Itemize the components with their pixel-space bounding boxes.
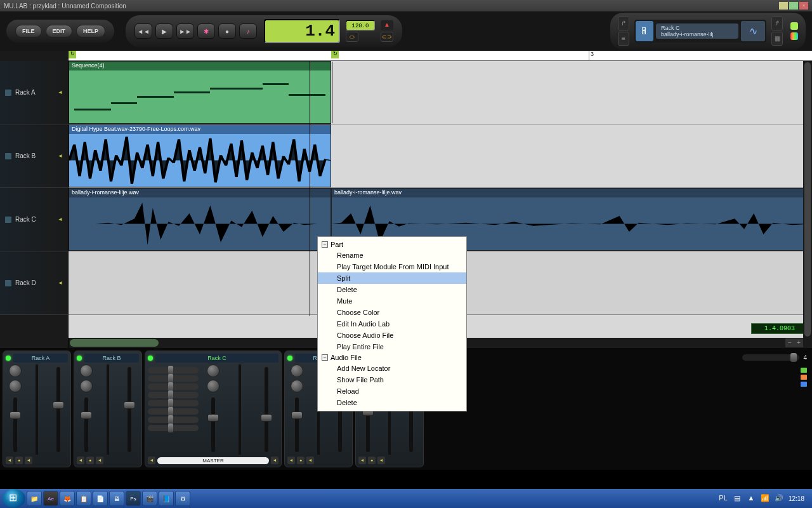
mute-button[interactable]: ● (368, 457, 376, 464)
pan-knob[interactable] (9, 364, 22, 377)
taskbar-item[interactable]: 🎬 (142, 491, 157, 506)
vertical-scrollbar[interactable] (803, 61, 812, 338)
send-knob[interactable] (80, 380, 93, 392)
tempo-display[interactable]: 120.0 (346, 20, 375, 30)
ctx-mute[interactable]: Mute (318, 295, 466, 307)
param-slider[interactable] (148, 425, 199, 431)
chain-icon[interactable]: ⊂⊃ (381, 32, 393, 42)
clip-sequence[interactable]: Sequence(4) (69, 61, 331, 124)
loop-end-marker[interactable]: ↻ (331, 51, 339, 58)
aux-fader[interactable] (128, 367, 131, 452)
taskbar-item[interactable]: Ae (43, 491, 58, 506)
collapse-icon[interactable]: − (322, 354, 328, 361)
param-slider[interactable] (148, 375, 199, 382)
tray-icon[interactable]: ▲ (747, 494, 756, 503)
forward-button[interactable]: ►► (176, 23, 194, 39)
param-slider[interactable] (148, 408, 199, 415)
ri-list-icon[interactable]: ≡ (618, 32, 629, 46)
solo-button[interactable]: ◄ (377, 457, 385, 464)
ctx-split[interactable]: Split (318, 272, 466, 284)
ri-in-arrow-icon[interactable]: ↱ (771, 17, 783, 30)
taskbar-item[interactable]: 📁 (27, 491, 42, 506)
clock[interactable]: 12:18 (789, 495, 804, 502)
track-header-a[interactable]: Rack A ◄ (0, 61, 68, 124)
param-slider[interactable] (148, 417, 199, 423)
ctx-play-target[interactable]: Play Target Module From MIDI Input (318, 261, 466, 272)
param-slider[interactable] (148, 400, 199, 406)
taskbar-item[interactable]: 🦊 (60, 491, 75, 506)
position-display[interactable]: 1.4 (264, 19, 340, 43)
network-icon[interactable]: 📶 (761, 494, 769, 503)
help-menu[interactable]: HELP (76, 25, 105, 37)
zoom-in-button[interactable]: + (794, 338, 803, 347)
close-button[interactable]: × (799, 2, 808, 10)
start-button[interactable] (3, 489, 25, 508)
track-header-d[interactable]: Rack D ◄ (0, 251, 68, 315)
send-knob[interactable] (207, 380, 219, 392)
ctx-choose-color[interactable]: Choose Color (318, 307, 466, 318)
volume-icon[interactable]: 🔊 (775, 494, 783, 503)
volume-fader[interactable] (13, 398, 17, 452)
file-menu[interactable]: FILE (15, 25, 42, 37)
channel-name[interactable]: Rack B (84, 354, 139, 363)
scrollbar-thumb[interactable] (804, 62, 811, 337)
option1-button[interactable]: ✱ (197, 23, 215, 39)
status-dot[interactable] (801, 368, 807, 373)
solo-button[interactable]: ◄ (271, 457, 278, 464)
status-dot[interactable] (801, 382, 807, 387)
channel-opt-button[interactable]: ◄ (77, 457, 84, 464)
taskbar-item[interactable]: 📄 (93, 491, 108, 506)
rewind-button[interactable]: ◄◄ (134, 23, 152, 39)
ctx-play-entire-file[interactable]: Play Entire File (318, 341, 466, 352)
ri-out-arrow-icon[interactable]: ↱ (618, 17, 629, 30)
clip-audio-b[interactable]: Digital Hype Beat.wav-23790-Free-Loops.c… (69, 124, 331, 187)
option2-button[interactable]: ♪ (239, 23, 257, 39)
master-slider[interactable] (742, 354, 799, 361)
solo-button[interactable]: ◄ (306, 457, 314, 464)
play-button[interactable]: ▶ (155, 23, 173, 39)
ctx-delete[interactable]: Delete (318, 284, 466, 295)
loop-start-marker[interactable]: ↻ (69, 51, 76, 58)
volume-fader[interactable] (295, 398, 299, 452)
ctx-delete-audio[interactable]: Delete (318, 397, 466, 408)
zoom-out-button[interactable]: − (785, 338, 794, 347)
ctx-rename[interactable]: Rename (318, 250, 466, 261)
mute-button[interactable]: ● (297, 457, 304, 464)
mixer-channel-c[interactable]: Rack C ◄ MASTER ◄ (145, 351, 282, 467)
volume-fader[interactable] (84, 398, 88, 452)
taskbar-item[interactable]: ⚙ (175, 491, 190, 506)
timeline-ruler[interactable]: ↻ ↻ 3 (69, 51, 812, 61)
edit-menu[interactable]: EDIT (46, 25, 73, 37)
pan-knob[interactable] (80, 364, 93, 377)
ctx-choose-audio-file[interactable]: Choose Audio File (318, 330, 466, 341)
param-slider[interactable] (148, 367, 199, 373)
taskbar-item[interactable]: 🖥 (109, 491, 124, 506)
clip-audio-c1[interactable]: ballady-i-romanse-lilje.wav (69, 188, 331, 251)
param-slider[interactable] (148, 384, 199, 390)
taskbar-item[interactable]: 📘 (159, 491, 174, 506)
maximize-button[interactable]: □ (789, 2, 798, 10)
record-button[interactable]: ● (218, 23, 236, 39)
track-header-c[interactable]: Rack C ◄ (0, 188, 68, 251)
master-label[interactable]: MASTER (157, 457, 269, 464)
tray-icon[interactable]: ▤ (733, 494, 742, 503)
channel-opt-button[interactable]: ◄ (148, 457, 155, 464)
rack-instrument-icon[interactable]: 🎚 (636, 21, 653, 41)
taskbar-item[interactable]: 📋 (76, 491, 91, 506)
status-dot[interactable] (801, 375, 807, 380)
taskbar-item[interactable]: Ps (126, 491, 141, 506)
ctx-show-file-path[interactable]: Show File Path (318, 374, 466, 385)
warning-icon[interactable]: ▲ (381, 20, 393, 30)
mute-button[interactable]: ● (86, 457, 94, 464)
minimize-button[interactable]: _ (779, 2, 788, 10)
ri-grid-icon[interactable]: ▦ (771, 32, 783, 46)
waveform-icon[interactable]: ∿ (741, 21, 765, 41)
ctx-add-locator[interactable]: Add New Locator (318, 363, 466, 374)
pan-knob[interactable] (207, 364, 219, 377)
solo-button[interactable]: ◄ (25, 457, 32, 464)
solo-button[interactable]: ◄ (96, 457, 103, 464)
status-dot-green[interactable] (790, 22, 798, 30)
rack-info[interactable]: Rack C ballady-i-romanse-lilj (656, 23, 738, 39)
mixer-channel-b[interactable]: Rack B ◄ ● ◄ (74, 351, 142, 467)
status-dot-rainbow[interactable] (790, 32, 798, 40)
